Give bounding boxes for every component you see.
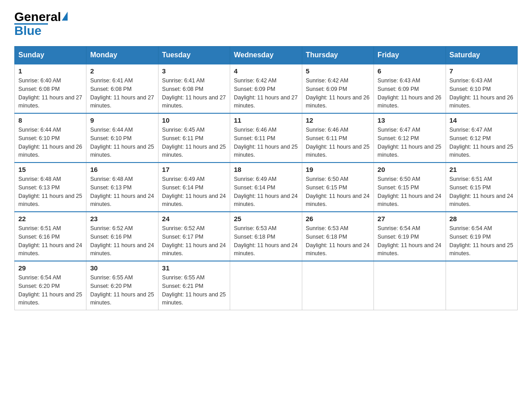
day-info: Sunrise: 6:46 AMSunset: 6:11 PMDaylight:…	[234, 126, 298, 159]
day-number: 22	[18, 215, 82, 223]
day-info: Sunrise: 6:47 AMSunset: 6:12 PMDaylight:…	[378, 126, 442, 159]
calendar-cell: 26Sunrise: 6:53 AMSunset: 6:18 PMDayligh…	[302, 212, 373, 261]
weekday-header-friday: Friday	[374, 47, 446, 64]
weekday-header-tuesday: Tuesday	[158, 47, 230, 64]
day-info: Sunrise: 6:48 AMSunset: 6:13 PMDaylight:…	[90, 175, 154, 209]
day-number: 13	[378, 116, 442, 124]
day-number: 11	[234, 116, 298, 124]
week-row-4: 22Sunrise: 6:51 AMSunset: 6:16 PMDayligh…	[15, 212, 518, 261]
day-info: Sunrise: 6:49 AMSunset: 6:14 PMDaylight:…	[162, 175, 226, 209]
weekday-header-saturday: Saturday	[446, 47, 517, 64]
day-number: 30	[90, 264, 154, 272]
day-number: 9	[90, 116, 154, 124]
calendar-cell: 6Sunrise: 6:43 AMSunset: 6:09 PMDaylight…	[374, 64, 446, 113]
day-info: Sunrise: 6:43 AMSunset: 6:09 PMDaylight:…	[378, 77, 442, 110]
calendar-cell	[230, 261, 302, 310]
day-info: Sunrise: 6:55 AMSunset: 6:21 PMDaylight:…	[162, 274, 226, 307]
day-number: 5	[306, 67, 370, 75]
day-number: 2	[90, 67, 154, 75]
calendar-cell: 18Sunrise: 6:49 AMSunset: 6:14 PMDayligh…	[230, 163, 302, 212]
day-info: Sunrise: 6:54 AMSunset: 6:20 PMDaylight:…	[18, 274, 82, 307]
day-info: Sunrise: 6:55 AMSunset: 6:20 PMDaylight:…	[90, 274, 154, 307]
day-info: Sunrise: 6:42 AMSunset: 6:09 PMDaylight:…	[306, 77, 370, 110]
calendar-cell: 10Sunrise: 6:45 AMSunset: 6:11 PMDayligh…	[158, 113, 230, 163]
day-info: Sunrise: 6:40 AMSunset: 6:08 PMDaylight:…	[18, 77, 82, 110]
day-number: 21	[450, 166, 514, 173]
day-info: Sunrise: 6:50 AMSunset: 6:15 PMDaylight:…	[306, 175, 370, 209]
day-number: 4	[234, 67, 298, 75]
day-number: 28	[450, 215, 514, 223]
day-info: Sunrise: 6:45 AMSunset: 6:11 PMDaylight:…	[162, 126, 226, 159]
day-info: Sunrise: 6:54 AMSunset: 6:19 PMDaylight:…	[378, 224, 442, 258]
calendar-cell: 19Sunrise: 6:50 AMSunset: 6:15 PMDayligh…	[302, 163, 373, 212]
day-info: Sunrise: 6:51 AMSunset: 6:16 PMDaylight:…	[18, 224, 82, 258]
day-info: Sunrise: 6:52 AMSunset: 6:16 PMDaylight:…	[90, 224, 154, 258]
calendar-cell: 20Sunrise: 6:50 AMSunset: 6:15 PMDayligh…	[374, 163, 446, 212]
calendar-cell: 12Sunrise: 6:46 AMSunset: 6:11 PMDayligh…	[302, 113, 373, 163]
day-number: 3	[162, 67, 226, 75]
weekday-header-wednesday: Wednesday	[230, 47, 302, 64]
day-number: 19	[306, 166, 370, 173]
calendar-cell: 1Sunrise: 6:40 AMSunset: 6:08 PMDaylight…	[15, 64, 86, 113]
day-info: Sunrise: 6:42 AMSunset: 6:09 PMDaylight:…	[234, 77, 298, 110]
day-number: 25	[234, 215, 298, 223]
calendar-cell: 23Sunrise: 6:52 AMSunset: 6:16 PMDayligh…	[86, 212, 158, 261]
logo-triangle-icon	[62, 12, 68, 21]
day-info: Sunrise: 6:41 AMSunset: 6:08 PMDaylight:…	[90, 77, 154, 110]
week-row-1: 1Sunrise: 6:40 AMSunset: 6:08 PMDaylight…	[15, 64, 518, 113]
day-info: Sunrise: 6:46 AMSunset: 6:11 PMDaylight:…	[306, 126, 370, 159]
week-row-2: 8Sunrise: 6:44 AMSunset: 6:10 PMDaylight…	[15, 113, 518, 163]
calendar-cell	[446, 261, 517, 310]
day-number: 26	[306, 215, 370, 223]
day-number: 29	[18, 264, 82, 272]
calendar-cell: 13Sunrise: 6:47 AMSunset: 6:12 PMDayligh…	[374, 113, 446, 163]
day-info: Sunrise: 6:48 AMSunset: 6:13 PMDaylight:…	[18, 175, 82, 209]
calendar-cell: 16Sunrise: 6:48 AMSunset: 6:13 PMDayligh…	[86, 163, 158, 212]
day-info: Sunrise: 6:43 AMSunset: 6:10 PMDaylight:…	[450, 77, 514, 110]
day-number: 15	[18, 166, 82, 173]
logo-general-text: General	[14, 11, 61, 23]
day-number: 24	[162, 215, 226, 223]
week-row-5: 29Sunrise: 6:54 AMSunset: 6:20 PMDayligh…	[15, 261, 518, 310]
calendar-cell: 28Sunrise: 6:54 AMSunset: 6:19 PMDayligh…	[446, 212, 517, 261]
day-info: Sunrise: 6:54 AMSunset: 6:19 PMDaylight:…	[450, 224, 514, 258]
calendar-cell: 8Sunrise: 6:44 AMSunset: 6:10 PMDaylight…	[15, 113, 86, 163]
day-info: Sunrise: 6:50 AMSunset: 6:15 PMDaylight:…	[378, 175, 442, 209]
day-info: Sunrise: 6:49 AMSunset: 6:14 PMDaylight:…	[234, 175, 298, 209]
day-number: 17	[162, 166, 226, 173]
week-row-3: 15Sunrise: 6:48 AMSunset: 6:13 PMDayligh…	[15, 163, 518, 212]
calendar-cell: 17Sunrise: 6:49 AMSunset: 6:14 PMDayligh…	[158, 163, 230, 212]
day-info: Sunrise: 6:44 AMSunset: 6:10 PMDaylight:…	[90, 126, 154, 159]
weekday-header-sunday: Sunday	[15, 47, 86, 64]
calendar-cell: 31Sunrise: 6:55 AMSunset: 6:21 PMDayligh…	[158, 261, 230, 310]
calendar-cell: 9Sunrise: 6:44 AMSunset: 6:10 PMDaylight…	[86, 113, 158, 163]
calendar-cell: 3Sunrise: 6:41 AMSunset: 6:08 PMDaylight…	[158, 64, 230, 113]
day-number: 14	[450, 116, 514, 124]
day-number: 23	[90, 215, 154, 223]
weekday-header-monday: Monday	[86, 47, 158, 64]
day-number: 12	[306, 116, 370, 124]
calendar-cell: 30Sunrise: 6:55 AMSunset: 6:20 PMDayligh…	[86, 261, 158, 310]
calendar-cell: 4Sunrise: 6:42 AMSunset: 6:09 PMDaylight…	[230, 64, 302, 113]
day-number: 10	[162, 116, 226, 124]
calendar-cell: 24Sunrise: 6:52 AMSunset: 6:17 PMDayligh…	[158, 212, 230, 261]
calendar-cell: 11Sunrise: 6:46 AMSunset: 6:11 PMDayligh…	[230, 113, 302, 163]
calendar-cell: 14Sunrise: 6:47 AMSunset: 6:12 PMDayligh…	[446, 113, 517, 163]
day-number: 8	[18, 116, 82, 124]
day-info: Sunrise: 6:41 AMSunset: 6:08 PMDaylight:…	[162, 77, 226, 110]
calendar-table: SundayMondayTuesdayWednesdayThursdayFrid…	[14, 46, 518, 310]
calendar-cell	[302, 261, 373, 310]
weekday-header-thursday: Thursday	[302, 47, 373, 64]
calendar-cell: 21Sunrise: 6:51 AMSunset: 6:15 PMDayligh…	[446, 163, 517, 212]
day-number: 6	[378, 67, 442, 75]
day-number: 31	[162, 264, 226, 272]
day-info: Sunrise: 6:53 AMSunset: 6:18 PMDaylight:…	[306, 224, 370, 258]
page-header: General Blue	[14, 11, 518, 37]
logo: General Blue	[14, 11, 68, 37]
calendar-cell: 7Sunrise: 6:43 AMSunset: 6:10 PMDaylight…	[446, 64, 517, 113]
day-number: 18	[234, 166, 298, 173]
calendar-cell: 2Sunrise: 6:41 AMSunset: 6:08 PMDaylight…	[86, 64, 158, 113]
day-info: Sunrise: 6:53 AMSunset: 6:18 PMDaylight:…	[234, 224, 298, 258]
calendar-cell: 15Sunrise: 6:48 AMSunset: 6:13 PMDayligh…	[15, 163, 86, 212]
day-info: Sunrise: 6:47 AMSunset: 6:12 PMDaylight:…	[450, 126, 514, 159]
